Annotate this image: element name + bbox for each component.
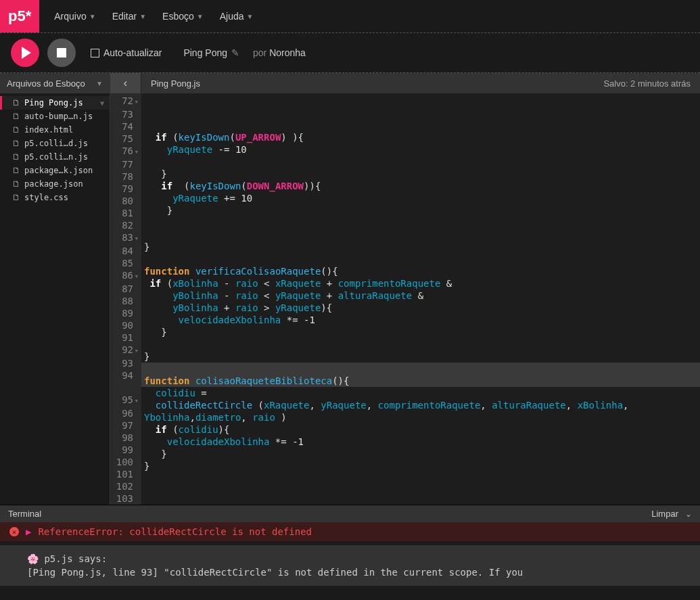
file-icon: 🗋: [12, 139, 20, 148]
file-label: style.css: [24, 193, 68, 202]
save-status: Salvo: 2 minutos atrás: [603, 78, 700, 89]
file-icon: 🗋: [12, 112, 20, 121]
header-bar: p5* Arquivo▼ Editar▼ Esboço▼ Ajuda▼: [0, 0, 700, 32]
chevron-down-icon: ▼: [89, 13, 96, 20]
code-content[interactable]: if (keyIsDown(UP_ARROW) ){ yRaquete -= 1…: [144, 131, 700, 505]
menu-file[interactable]: Arquivo▼: [47, 7, 102, 26]
chevron-down-icon: ▼: [197, 13, 204, 20]
sidebar-header[interactable]: Arquivos do Esboço ▼: [0, 73, 110, 93]
sketch-name-text: Ping Pong: [183, 47, 227, 58]
terminal-title: Terminal: [8, 509, 41, 519]
sketch-name[interactable]: Ping Pong ✎: [183, 47, 239, 58]
menu-sketch[interactable]: Esboço▼: [156, 7, 210, 26]
file-index[interactable]: 🗋index.html: [0, 123, 110, 137]
editor-tab[interactable]: Ping Pong.js: [141, 78, 210, 89]
file-label: p5.colli…n.js: [24, 152, 88, 162]
terminal-panel: Terminal Limpar ⌄ ✕ ▶ ReferenceError: co…: [0, 505, 700, 600]
auto-refresh-label: Auto-atualizar: [103, 47, 162, 58]
file-package[interactable]: 🗋package.json: [0, 177, 110, 191]
file-icon: 🗋: [12, 125, 20, 135]
editor-header: ‹ Ping Pong.js Salvo: 2 minutos atrás: [110, 73, 700, 93]
file-label: package.json: [24, 179, 83, 189]
triangle-icon: ▶: [26, 526, 31, 537]
file-icon: 🗋: [12, 152, 20, 162]
terminal-body[interactable]: ✕ ▶ ReferenceError: collideRectCircle is…: [0, 522, 700, 586]
menu-sketch-label: Esboço: [162, 11, 194, 22]
checkbox-icon[interactable]: [91, 49, 99, 57]
file-label: index.html: [24, 125, 73, 135]
file-label: Ping Pong.js: [24, 98, 83, 108]
error-text: ReferenceError: collideRectCircle is not…: [38, 526, 312, 537]
file-package-lock[interactable]: 🗋package…k.json: [0, 164, 110, 177]
file-icon: 🗋: [12, 166, 20, 175]
file-icon: 🗋: [12, 193, 20, 202]
file-icon: 🗋: [12, 98, 20, 108]
sidebar: Arquivos do Esboço ▼ 🗋Ping Pong.js▼ 🗋aut…: [0, 73, 110, 505]
console-message: 🌸 p5.js says: [Ping Pong.js, line 93] "c…: [0, 545, 700, 586]
menu-help-label: Ajuda: [220, 11, 244, 22]
gutter: 72▾73 74 75 76▾77 78 79 80 81 82 83▾84 8…: [110, 93, 141, 505]
author-link[interactable]: por Noronha: [253, 47, 306, 58]
logo[interactable]: p5*: [0, 0, 39, 32]
file-label: package…k.json: [24, 166, 93, 175]
file-list: 🗋Ping Pong.js▼ 🗋auto-bump…n.js 🗋index.ht…: [0, 93, 110, 204]
menu-edit[interactable]: Editar▼: [106, 7, 153, 26]
author-name: Noronha: [269, 47, 306, 58]
chevron-down-icon: ▼: [139, 13, 146, 20]
chevron-down-icon: ▼: [96, 80, 103, 87]
collapse-sidebar-button[interactable]: ‹: [110, 73, 141, 93]
editor-area: ‹ Ping Pong.js Salvo: 2 minutos atrás 72…: [110, 73, 700, 505]
menu-file-label: Arquivo: [54, 11, 86, 22]
toolbar: Auto-atualizar Ping Pong ✎ por Noronha: [0, 33, 700, 72]
chevron-down-icon: ▼: [247, 13, 254, 20]
menu-edit-label: Editar: [112, 11, 137, 22]
play-button[interactable]: [11, 39, 39, 67]
file-auto-bump[interactable]: 🗋auto-bump…n.js: [0, 110, 110, 123]
file-style[interactable]: 🗋style.css: [0, 191, 110, 204]
menu-bar: Arquivo▼ Editar▼ Esboço▼ Ajuda▼: [39, 7, 260, 26]
chevron-down-icon[interactable]: ▼: [100, 99, 104, 107]
error-line[interactable]: ✕ ▶ ReferenceError: collideRectCircle is…: [0, 522, 700, 541]
auto-refresh-toggle[interactable]: Auto-atualizar: [91, 47, 162, 58]
sidebar-title: Arquivos do Esboço: [7, 78, 85, 89]
editor-body[interactable]: 72▾73 74 75 76▾77 78 79 80 81 82 83▾84 8…: [110, 93, 700, 505]
by-label: por: [253, 47, 266, 58]
file-collide-n[interactable]: 🗋p5.colli…n.js: [0, 150, 110, 164]
code-viewport[interactable]: if (keyIsDown(UP_ARROW) ){ yRaquete -= 1…: [141, 93, 700, 505]
stop-button[interactable]: [47, 39, 76, 67]
file-label: p5.colli…d.js: [24, 139, 88, 148]
terminal-header: Terminal Limpar ⌄: [0, 505, 700, 522]
console-prefix: 🌸 p5.js says:: [27, 553, 107, 564]
chevron-down-icon[interactable]: ⌄: [685, 509, 692, 519]
file-icon: 🗋: [12, 179, 20, 189]
pencil-icon[interactable]: ✎: [231, 47, 239, 58]
body-row: Arquivos do Esboço ▼ 🗋Ping Pong.js▼ 🗋aut…: [0, 73, 700, 505]
clear-button[interactable]: Limpar: [651, 509, 678, 519]
menu-help[interactable]: Ajuda▼: [213, 7, 260, 26]
error-icon: ✕: [9, 527, 19, 536]
file-collide-d[interactable]: 🗋p5.colli…d.js: [0, 137, 110, 150]
file-label: auto-bump…n.js: [24, 112, 93, 121]
console-body: [Ping Pong.js, line 93] "collideRectCirc…: [27, 567, 523, 578]
file-ping-pong[interactable]: 🗋Ping Pong.js▼: [0, 96, 110, 110]
